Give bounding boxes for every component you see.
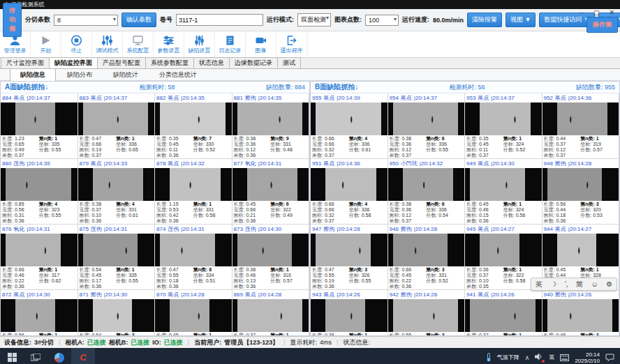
- operator-side-button[interactable]: 操作侧: [586, 17, 618, 33]
- chart-points-select[interactable]: 100▾: [365, 15, 399, 26]
- view-menu-button[interactable]: 视图 ▼: [505, 13, 536, 27]
- roll-number-input[interactable]: [176, 14, 263, 26]
- defect-cell[interactable]: 874 压伤 |20:14:31 长度: 0.47 宽度: 0.55 面积: 0…: [155, 225, 232, 290]
- tab-7[interactable]: 测试: [277, 57, 301, 68]
- defect-image[interactable]: [465, 234, 542, 266]
- defect-cell[interactable]: 943 黑点 |20:14:26 长度: 0.38 宽度: 0.36 面积: 0…: [311, 290, 388, 335]
- defect-image[interactable]: [542, 103, 619, 135]
- defect-cell[interactable]: 875 压伤 |20:14:31 长度: 0.54 宽度: 0.45 面积: 0…: [78, 225, 156, 290]
- defect-cell[interactable]: 882 黑点 |20:14:35 长度: 0.35 宽度: 0.45 面积: 0…: [155, 93, 232, 159]
- defect-cell[interactable]: 873 压伤 |20:14:30 长度: 0.38 宽度: 0.46 面积: 0…: [232, 225, 310, 290]
- defect-cell[interactable]: 948 擦伤 |20:14:28 长度: 0.56 宽度: 0.44 面积: 0…: [542, 159, 620, 225]
- defect-image[interactable]: [78, 168, 155, 201]
- weather-text[interactable]: 气温下降: [497, 354, 519, 361]
- defect-image[interactable]: [542, 299, 619, 332]
- taskbar-clock[interactable]: 20:14 2025/2/10: [575, 351, 600, 364]
- defect-cell[interactable]: 880 压伤 |20:14:35 长度: 0.85 宽度: 0.56 面积: 0…: [1, 159, 78, 225]
- defect-image[interactable]: [232, 234, 309, 266]
- defect-image[interactable]: [232, 103, 309, 135]
- defect-image[interactable]: [311, 234, 388, 266]
- defect-cell[interactable]: 878 黑点 |20:14:32 长度: 1.15 宽度: 0.53 面积: 0…: [155, 159, 232, 225]
- defect-cell[interactable]: 951 黑点 |20:14:36 长度: 0.66 宽度: 0.66 面积: 0…: [311, 159, 388, 225]
- defect-image[interactable]: [311, 168, 388, 201]
- minimize-icon[interactable]: ─: [580, 9, 584, 16]
- defect-cell[interactable]: 879 黑点 |20:14:33 长度: 0.38 宽度: 0.37 面积: 0…: [78, 159, 156, 225]
- subtab-4[interactable]: 分类信息统计: [149, 69, 207, 81]
- defect-image[interactable]: [1, 103, 78, 135]
- defect-image[interactable]: [465, 299, 542, 332]
- subtab-2[interactable]: 缺陷分布: [57, 69, 102, 81]
- defect-cell[interactable]: 870 黑点 |20:14:28 长度: 0.45 宽度: 0.36 面积: 0…: [155, 290, 232, 335]
- ime-indicator[interactable]: 英: [549, 354, 554, 361]
- defect-image[interactable]: [388, 234, 465, 266]
- tool-play-button[interactable]: 开始: [31, 31, 61, 57]
- defect-image[interactable]: [465, 168, 542, 201]
- volume-icon[interactable]: [535, 353, 543, 362]
- defect-cell[interactable]: 881 擦伤 |20:14:35 长度: 0.38 宽度: 0.36 面积: 0…: [232, 93, 310, 159]
- defect-image[interactable]: [1, 168, 78, 201]
- defect-image[interactable]: [232, 168, 309, 201]
- maximize-icon[interactable]: ▢: [593, 9, 600, 16]
- defect-cell[interactable]: 942 擦伤 |20:14:26 长度: 0.55 宽度: 0.46 面积: 0…: [388, 290, 466, 335]
- defect-cell[interactable]: 941 黑点 |20:14:26 长度: 0.37 宽度: 0.35 面积: 0…: [465, 290, 542, 335]
- subtab-3[interactable]: 缺陷统计: [103, 69, 148, 81]
- defect-image[interactable]: [542, 234, 619, 266]
- tab-3[interactable]: 产品型号配置: [97, 57, 146, 68]
- defect-image[interactable]: [78, 299, 155, 332]
- defect-cell[interactable]: 947 擦伤 |20:14:28 长度: 0.47 宽度: 0.55 面积: 0…: [311, 225, 388, 290]
- defect-image[interactable]: [1, 299, 78, 332]
- defect-image[interactable]: [78, 103, 155, 135]
- subtab-1[interactable]: 缺陷信息: [10, 68, 56, 82]
- ime-punctuation-toggle[interactable]: ’,: [565, 279, 568, 289]
- defect-image[interactable]: [1, 234, 78, 266]
- defect-image[interactable]: [232, 299, 309, 332]
- ime-lang-toggle[interactable]: 英: [536, 279, 542, 289]
- tab-4[interactable]: 系统参数配置: [145, 57, 194, 68]
- defect-cell[interactable]: 884 黑点 |20:14:37 长度: 1.23 宽度: 0.65 面积: 0…: [1, 93, 78, 159]
- tool-log-button[interactable]: 日志记录: [215, 31, 246, 57]
- defect-image[interactable]: [155, 299, 232, 332]
- tool-debug-button[interactable]: 调试模式: [92, 31, 123, 57]
- ime-settings-button[interactable]: ⚙: [606, 279, 612, 289]
- slit-count-select[interactable]: 8▾: [54, 15, 118, 26]
- tray-expand-icon[interactable]: ∧: [525, 354, 530, 361]
- defect-image[interactable]: [78, 234, 155, 266]
- defect-image[interactable]: [311, 299, 388, 332]
- tool-levels-button[interactable]: 缺陷设置: [184, 31, 215, 57]
- defect-image[interactable]: [155, 234, 232, 266]
- tab-2[interactable]: 缺陷监控界面: [49, 57, 98, 68]
- browser-taskbar-button[interactable]: [47, 348, 71, 364]
- ime-emoji-button[interactable]: ☺: [591, 279, 598, 289]
- defect-image[interactable]: [542, 168, 619, 201]
- defect-cell[interactable]: 871 擦伤 |20:14:30 长度: 0.64 宽度: 0.54 面积: 0…: [78, 290, 156, 335]
- defect-cell[interactable]: 877 氧化 |20:14:31 长度: 0.45 宽度: 0.66 面积: 0…: [232, 159, 310, 225]
- run-mode-select[interactable]: 双面检测▾: [297, 13, 331, 26]
- tab-6[interactable]: 边缘数据记录: [229, 57, 278, 68]
- thermometer-icon[interactable]: [486, 353, 492, 362]
- defect-cell[interactable]: 883 黑点 |20:14:37 长度: 0.47 宽度: 0.66 面积: 0…: [78, 93, 156, 159]
- defect-cell[interactable]: 955 黑点 |20:14:39 长度: 0.66 宽度: 0.66 面积: 0…: [311, 93, 388, 159]
- tool-stop-button[interactable]: 停止: [61, 31, 92, 57]
- defect-cell[interactable]: 954 黑点 |20:14:37 长度: 0.38 宽度: 0.36 面积: 0…: [388, 93, 466, 159]
- defect-image[interactable]: [155, 103, 232, 135]
- clear-alarm-button[interactable]: 清除报警: [467, 13, 502, 27]
- inspection-app-taskbar-button[interactable]: C: [71, 348, 95, 364]
- confirm-count-button[interactable]: 确认条数: [121, 13, 156, 27]
- defect-cell[interactable]: 940 擦伤 |20:14:26 长度: 0.48 宽度: 0.45 面积: 0…: [542, 290, 620, 335]
- tool-exit-button[interactable]: 退出程序: [276, 31, 307, 57]
- defect-image[interactable]: [388, 168, 465, 201]
- defect-cell[interactable]: 953 黑点 |20:14:37 长度: 0.35 宽度: 0.45 面积: 0…: [465, 93, 542, 159]
- defect-cell[interactable]: 952 黑点 |20:14:36 长度: 0.44 宽度: 0.37 面积: 0…: [542, 93, 620, 159]
- defect-cell[interactable]: 876 氧化 |20:14:31 长度: 0.66 宽度: 0.46 面积: 0…: [1, 225, 78, 290]
- defect-cell[interactable]: 946 擦伤 |20:14:28 长度: 0.66 宽度: 0.45 面积: 0…: [388, 225, 466, 290]
- task-view-button[interactable]: [24, 348, 47, 364]
- defect-image[interactable]: [388, 103, 465, 135]
- action-center-icon[interactable]: [605, 354, 614, 361]
- tool-monitor-button[interactable]: 系统配置: [123, 31, 154, 57]
- defect-image[interactable]: [311, 103, 388, 135]
- tab-1[interactable]: 尺寸监控界面: [1, 57, 50, 68]
- tab-5[interactable]: 状态信息: [193, 57, 230, 68]
- defect-image[interactable]: [388, 299, 465, 332]
- ime-fullwidth-toggle[interactable]: ☽: [550, 279, 556, 289]
- close-icon[interactable]: ✕: [609, 9, 614, 16]
